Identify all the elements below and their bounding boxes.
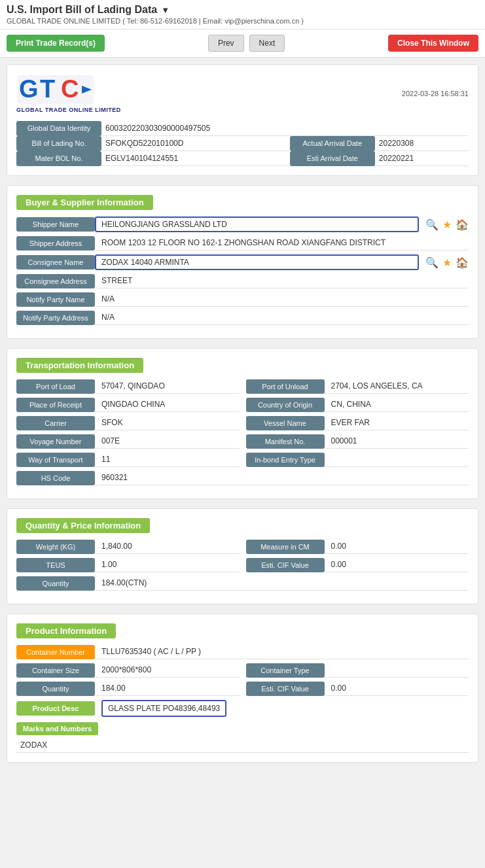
container-size-group: Container Size 2000*806*800 bbox=[16, 663, 240, 678]
hs-code-row: HS Code 960321 bbox=[16, 471, 469, 485]
next-button[interactable]: Next bbox=[249, 35, 285, 52]
consignee-address-value: STREET bbox=[95, 274, 469, 288]
shipper-address-value: ROOM 1203 12 FLOOR NO 162-1 ZHONGSHAN RO… bbox=[95, 236, 469, 251]
port-row: Port of Load 57047, QINGDAO Port of Unlo… bbox=[16, 379, 469, 394]
content-area: G T C GLOBAL TRADE ONLINE LIMITED 2022-0… bbox=[0, 58, 485, 778]
shipper-name-value: HEILONGJIANG GRASSLAND LTD bbox=[95, 217, 419, 232]
inbond-label: In-bond Entry Type bbox=[246, 453, 325, 467]
bol-value: SFOKQD522010100D bbox=[101, 136, 290, 151]
measure-group: Measure in CM 0.00 bbox=[246, 540, 469, 554]
shipper-address-label: Shipper Address bbox=[16, 236, 95, 251]
weight-label: Weight (KG) bbox=[16, 540, 95, 554]
marks-value: ZODAX bbox=[16, 738, 469, 753]
shipper-star-icon[interactable]: ★ bbox=[442, 218, 452, 231]
svg-text:G: G bbox=[19, 75, 39, 103]
vessel-label: Vessel Name bbox=[246, 416, 325, 430]
measure-label: Measure in CM bbox=[246, 540, 325, 554]
esti-arrival-value: 20220221 bbox=[375, 151, 469, 166]
bol-row: Bill of Lading No. SFOKQD522010100D Actu… bbox=[16, 136, 469, 151]
product-quantity-label: Quantity bbox=[16, 682, 95, 696]
prev-button[interactable]: Prev bbox=[208, 35, 244, 52]
quantity-row: Quantity 184.00(CTN) bbox=[16, 576, 469, 591]
port-unload-label: Port of Unload bbox=[246, 379, 325, 394]
subtitle-text: GLOBAL TRADE ONLINE LIMITED ( Tel: 86-51… bbox=[7, 17, 478, 25]
consignee-search-icon[interactable]: 🔍 bbox=[425, 256, 439, 269]
vessel-value: EVER FAR bbox=[325, 416, 469, 430]
container-number-row: Container Number TLLU7635340 ( AC / L / … bbox=[16, 645, 469, 659]
product-card: Product Information Container Number TLL… bbox=[7, 614, 478, 763]
container-number-label: Container Number bbox=[16, 645, 95, 659]
marks-section: Marks and Numbers ZODAX bbox=[16, 722, 469, 753]
carrier-vessel-row: Carrier SFOK Vessel Name EVER FAR bbox=[16, 416, 469, 430]
measure-value: 0.00 bbox=[325, 540, 469, 554]
nav-buttons: Prev Next bbox=[207, 35, 286, 52]
timestamp: 2022-03-28 16:58:31 bbox=[402, 90, 469, 97]
notify-party-name-value: N/A bbox=[95, 292, 469, 307]
close-button[interactable]: Close This Window bbox=[388, 35, 478, 52]
place-receipt-group: Place of Receipt QINGDAO CHINA bbox=[16, 398, 240, 412]
esti-cif-value: 0.00 bbox=[325, 558, 469, 572]
container-type-label: Container Type bbox=[246, 663, 325, 678]
shipper-search-icon[interactable]: 🔍 bbox=[425, 218, 439, 231]
transport-inbond-row: Way of Transport 11 In-bond Entry Type bbox=[16, 453, 469, 467]
transportation-header: Transportation Information bbox=[16, 358, 143, 373]
port-load-value: 57047, QINGDAO bbox=[95, 379, 240, 394]
way-transport-value: 11 bbox=[95, 453, 240, 467]
mater-bol-value: EGLV140104124551 bbox=[101, 151, 290, 166]
carrier-group: Carrier SFOK bbox=[16, 416, 240, 430]
consignee-name-value: ZODAX 14040 ARMINTA bbox=[95, 254, 419, 270]
transportation-card: Transportation Information Port of Load … bbox=[7, 348, 478, 499]
voyage-value: 007E bbox=[95, 434, 240, 449]
inbond-group: In-bond Entry Type bbox=[246, 453, 469, 467]
top-bar: U.S. Import Bill of Lading Data ▼ GLOBAL… bbox=[0, 0, 485, 29]
global-data-row: Global Data Identity 6003202203030900004… bbox=[16, 121, 469, 136]
notify-party-address-row: Notify Party Address N/A bbox=[16, 311, 469, 325]
place-receipt-label: Place of Receipt bbox=[16, 398, 95, 412]
weight-measure-row: Weight (KG) 1,840.00 Measure in CM 0.00 bbox=[16, 540, 469, 554]
container-number-value: TLLU7635340 ( AC / L / PP ) bbox=[95, 645, 469, 659]
mater-bol-label: Mater BOL No. bbox=[16, 151, 101, 166]
weight-group: Weight (KG) 1,840.00 bbox=[16, 540, 240, 554]
logo-company-name: GLOBAL TRADE ONLINE LIMITED bbox=[16, 107, 121, 113]
port-load-label: Port of Load bbox=[16, 379, 95, 394]
shipper-name-row: Shipper Name HEILONGJIANG GRASSLAND LTD … bbox=[16, 217, 469, 232]
print-button[interactable]: Print Trade Record(s) bbox=[7, 35, 105, 52]
teus-label: TEUS bbox=[16, 558, 95, 572]
teus-value: 1.00 bbox=[95, 558, 240, 572]
voyage-group: Voyage Number 007E bbox=[16, 434, 240, 449]
container-size-type-row: Container Size 2000*806*800 Container Ty… bbox=[16, 663, 469, 678]
esti-arrival-label: Esti Arrival Date bbox=[290, 151, 375, 166]
buyer-supplier-header: Buyer & Supplier Information bbox=[16, 195, 153, 210]
esti-cif-group: Esti. CIF Value 0.00 bbox=[246, 558, 469, 572]
identity-card: G T C GLOBAL TRADE ONLINE LIMITED 2022-0… bbox=[7, 64, 478, 176]
hs-code-label: HS Code bbox=[16, 471, 95, 485]
identity-table: Global Data Identity 6003202203030900004… bbox=[16, 121, 469, 166]
shipper-home-icon[interactable]: 🏠 bbox=[456, 218, 469, 231]
country-origin-group: Country of Origin CN, CHINA bbox=[246, 398, 469, 412]
notify-party-address-label: Notify Party Address bbox=[16, 311, 95, 325]
marks-label: Marks and Numbers bbox=[16, 722, 98, 735]
quantity-price-header: Quantity & Price Information bbox=[16, 518, 150, 533]
toolbar: Print Trade Record(s) Prev Next Close Th… bbox=[0, 29, 485, 58]
way-transport-group: Way of Transport 11 bbox=[16, 453, 240, 467]
country-origin-value: CN, CHINA bbox=[325, 398, 469, 412]
shipper-icons: 🔍 ★ 🏠 bbox=[425, 218, 469, 231]
logo-svg: G T C bbox=[16, 74, 95, 105]
teus-group: TEUS 1.00 bbox=[16, 558, 240, 572]
consignee-home-icon[interactable]: 🏠 bbox=[456, 256, 469, 269]
country-origin-label: Country of Origin bbox=[246, 398, 325, 412]
container-type-group: Container Type bbox=[246, 663, 469, 678]
consignee-star-icon[interactable]: ★ bbox=[442, 256, 452, 269]
container-size-label: Container Size bbox=[16, 663, 95, 678]
product-cif-group: Esti. CIF Value 0.00 bbox=[246, 682, 469, 696]
bol-label: Bill of Lading No. bbox=[16, 136, 101, 151]
dropdown-icon[interactable]: ▼ bbox=[161, 5, 170, 15]
product-desc-label: Product Desc bbox=[16, 701, 95, 716]
global-data-value: 600320220303090000497505 bbox=[101, 121, 469, 136]
container-size-value: 2000*806*800 bbox=[95, 663, 240, 678]
consignee-name-row: Consignee Name ZODAX 14040 ARMINTA 🔍 ★ 🏠 bbox=[16, 254, 469, 270]
manifest-group: Manifest No. 000001 bbox=[246, 434, 469, 449]
manifest-label: Manifest No. bbox=[246, 434, 325, 449]
buyer-supplier-card: Buyer & Supplier Information Shipper Nam… bbox=[7, 185, 478, 339]
place-receipt-value: QINGDAO CHINA bbox=[95, 398, 240, 412]
